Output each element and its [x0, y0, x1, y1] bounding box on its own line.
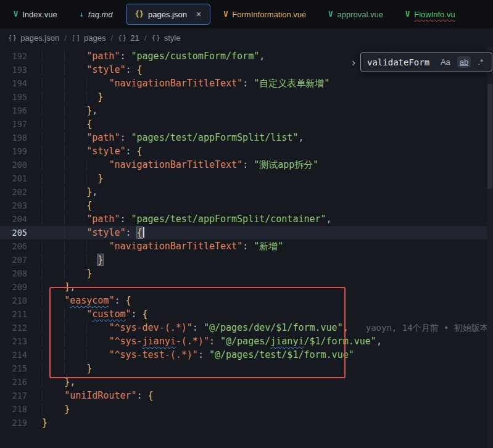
- code-line-208[interactable]: 208 }: [0, 267, 493, 280]
- code-line-213[interactable]: 213 "^sys-jianyi-(.*)": "@/pages/jianyi/…: [0, 334, 493, 348]
- code-line-200[interactable]: 200 "navigationBarTitleText": "测试app拆分": [0, 158, 493, 172]
- code-token: jianyi: [270, 336, 304, 347]
- code-line-202[interactable]: 202 },: [0, 185, 493, 199]
- code-line-197[interactable]: 197 {: [0, 117, 493, 131]
- vue-icon: V: [405, 10, 410, 19]
- code-token: :: [137, 390, 148, 401]
- line-content: }: [27, 90, 103, 104]
- line-content: }: [27, 253, 103, 267]
- whole-word-button[interactable]: ab: [457, 56, 471, 68]
- symbol-icon: {}: [118, 34, 127, 42]
- code-token: "@/pages/: [220, 336, 270, 347]
- tab-Index.vue[interactable]: VIndex.vue: [4, 4, 67, 25]
- line-number: 199: [0, 144, 27, 158]
- code-token: [42, 322, 109, 333]
- code-line-211[interactable]: 211 "custom": {: [0, 307, 493, 321]
- breadcrumb-item-style[interactable]: {}style: [151, 33, 180, 43]
- line-content: },: [27, 375, 75, 389]
- code-token: ,: [92, 105, 97, 116]
- code-line-199[interactable]: 199 "style": {: [0, 144, 493, 158]
- code-token: [42, 309, 86, 320]
- code-token: :: [125, 64, 136, 75]
- tab-FormInformation.vue[interactable]: VFormInformation.vue: [214, 4, 315, 25]
- scrollbar-thumb[interactable]: [487, 84, 492, 189]
- code-editor: 192 "path": "pages/customForm/form",193 …: [0, 47, 493, 448]
- code-line-209[interactable]: 209 ],: [0, 280, 493, 294]
- code-token: :: [198, 349, 209, 360]
- code-token: [42, 268, 86, 279]
- tab-approval.vue[interactable]: Vapproval.vue: [319, 4, 392, 25]
- code-token: }: [86, 186, 92, 197]
- code-token: }: [86, 363, 92, 374]
- breadcrumb-item-pages[interactable]: []pages: [72, 33, 106, 43]
- code-line-194[interactable]: 194 "navigationBarTitleText": "自定义表单新增": [0, 77, 493, 90]
- code-line-201[interactable]: 201 }: [0, 172, 493, 185]
- code-line-212[interactable]: 212 "^sys-dev-(.*)": "@/pages/dev/$1/for…: [0, 321, 493, 334]
- code-token: "path": [86, 51, 120, 62]
- match-case-button[interactable]: Aa: [438, 56, 453, 68]
- code-token: :: [209, 336, 220, 347]
- chevron-right-icon[interactable]: ›: [352, 57, 355, 68]
- code-line-214[interactable]: 214 "^sys-test-(.*)": "@/pages/test/$1/f…: [0, 348, 493, 362]
- close-icon[interactable]: ×: [196, 10, 201, 19]
- code-token: [42, 363, 86, 374]
- regex-button[interactable]: .*: [475, 56, 486, 68]
- find-input-box[interactable]: validateForm Aa ab .*: [360, 52, 492, 72]
- line-content: }: [27, 267, 92, 280]
- find-input[interactable]: validateForm: [367, 57, 434, 67]
- code-token: ": [64, 295, 70, 306]
- code-line-203[interactable]: 203 {: [0, 199, 493, 212]
- json-icon: {}: [135, 10, 144, 19]
- code-token: :: [125, 227, 136, 238]
- breadcrumb-label: 21: [130, 33, 139, 43]
- tab-faq.md[interactable]: ↓faq.md: [70, 4, 122, 25]
- line-number: 218: [0, 402, 27, 416]
- line-content: }: [27, 172, 103, 185]
- scrollbar[interactable]: [487, 47, 493, 448]
- line-number: 201: [0, 172, 27, 185]
- code-line-218[interactable]: 218 }: [0, 402, 493, 416]
- code-token: }: [42, 417, 48, 428]
- markdown-icon: ↓: [80, 10, 84, 19]
- code-token: }: [97, 91, 103, 102]
- breadcrumb-separator: /: [64, 33, 67, 43]
- code-line-215[interactable]: 215 }: [0, 362, 493, 375]
- code-line-219[interactable]: 219}: [0, 416, 493, 429]
- code-line-206[interactable]: 206 "navigationBarTitleText": "新增": [0, 239, 493, 253]
- code-token: :: [242, 159, 254, 170]
- code-line-195[interactable]: 195 }: [0, 90, 493, 104]
- code-token: :: [242, 78, 254, 89]
- tab-pages.json[interactable]: {}pages.json×: [126, 4, 211, 25]
- code-token: [42, 186, 86, 197]
- code-token: "style": [86, 227, 125, 238]
- code-token: }: [86, 105, 92, 116]
- tab-FlowInfo.vu[interactable]: VFlowInfo.vu: [396, 4, 465, 25]
- code-token: :: [120, 51, 131, 62]
- code-line-204[interactable]: 204 "path": "pages/test/appFormSplit/con…: [0, 212, 493, 226]
- code-line-210[interactable]: 210 "easycom": {: [0, 294, 493, 307]
- code-token: {: [137, 64, 143, 75]
- line-number: 214: [0, 348, 27, 362]
- code-token: {: [137, 146, 143, 157]
- code-token: "^sys-: [109, 336, 142, 347]
- code-token: "pages/customForm/form": [131, 51, 260, 62]
- line-content: }: [27, 402, 70, 416]
- code-token: [42, 254, 97, 265]
- code-line-216[interactable]: 216 },: [0, 375, 493, 389]
- line-content: "style": {: [27, 226, 144, 239]
- line-number: 195: [0, 90, 27, 104]
- editor-tab-bar: VIndex.vue↓faq.md{}pages.json×VFormInfor…: [0, 0, 493, 28]
- code-line-196[interactable]: 196 },: [0, 104, 493, 117]
- code-token: ,: [70, 376, 75, 388]
- code-line-217[interactable]: 217 "uniIdRouter": {: [0, 389, 493, 402]
- code-line-205[interactable]: 205 "style": {: [0, 226, 493, 239]
- breadcrumb-item-21[interactable]: {}21: [118, 33, 139, 43]
- code-line-198[interactable]: 198 "path": "pages/test/appFormSplit/lis…: [0, 131, 493, 144]
- text-cursor: [143, 227, 144, 238]
- find-widget: › validateForm Aa ab .*: [352, 52, 492, 72]
- line-number: 211: [0, 307, 27, 321]
- line-content: "path": "pages/customForm/form",: [27, 49, 265, 63]
- code-line-207[interactable]: 207 }: [0, 253, 493, 267]
- code-token: ": [86, 309, 92, 320]
- breadcrumb-item-pages.json[interactable]: {}pages.json: [8, 33, 59, 43]
